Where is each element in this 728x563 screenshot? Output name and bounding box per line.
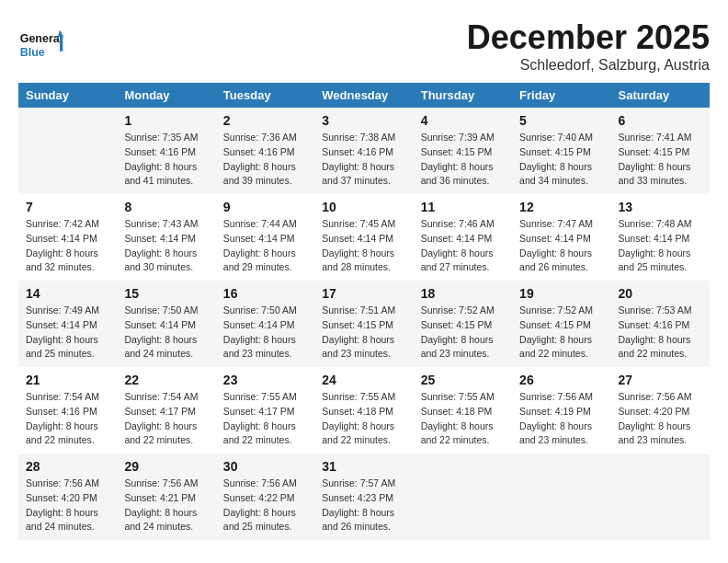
day-number: 23 [223, 373, 307, 387]
day-number: 31 [322, 459, 405, 474]
calendar-header-sunday: Sunday [18, 83, 117, 108]
calendar-cell: 30Sunrise: 7:56 AMSunset: 4:22 PMDayligh… [216, 454, 314, 540]
day-number: 19 [519, 286, 603, 301]
calendar-cell: 9Sunrise: 7:44 AMSunset: 4:14 PMDaylight… [216, 194, 314, 281]
day-info: Sunrise: 7:52 AMSunset: 4:15 PMDaylight:… [421, 304, 505, 362]
calendar-cell: 31Sunrise: 7:57 AMSunset: 4:23 PMDayligh… [314, 454, 413, 540]
day-info: Sunrise: 7:55 AMSunset: 4:18 PMDaylight:… [322, 390, 405, 448]
logo-svg: General Blue [18, 23, 64, 69]
day-number: 24 [322, 373, 405, 387]
day-number: 27 [619, 373, 702, 387]
day-number: 26 [519, 373, 603, 387]
day-number: 2 [223, 113, 307, 128]
calendar-cell: 15Sunrise: 7:50 AMSunset: 4:14 PMDayligh… [117, 281, 215, 367]
day-number: 8 [124, 200, 208, 214]
day-number: 9 [223, 200, 307, 214]
calendar-header-thursday: Thursday [414, 83, 512, 108]
day-info: Sunrise: 7:54 AMSunset: 4:17 PMDaylight:… [124, 390, 208, 448]
calendar-cell: 20Sunrise: 7:53 AMSunset: 4:16 PMDayligh… [611, 281, 710, 367]
calendar-cell: 25Sunrise: 7:55 AMSunset: 4:18 PMDayligh… [414, 367, 512, 454]
calendar-cell [512, 454, 610, 540]
calendar-week-5: 28Sunrise: 7:56 AMSunset: 4:20 PMDayligh… [18, 454, 710, 540]
calendar-week-3: 14Sunrise: 7:49 AMSunset: 4:14 PMDayligh… [18, 281, 710, 367]
day-info: Sunrise: 7:53 AMSunset: 4:16 PMDaylight:… [619, 304, 702, 362]
calendar-cell: 6Sunrise: 7:41 AMSunset: 4:15 PMDaylight… [611, 108, 710, 194]
calendar-week-2: 7Sunrise: 7:42 AMSunset: 4:14 PMDaylight… [18, 194, 710, 281]
day-info: Sunrise: 7:35 AMSunset: 4:16 PMDaylight:… [124, 131, 208, 189]
day-number: 10 [322, 200, 405, 214]
calendar-cell: 23Sunrise: 7:55 AMSunset: 4:17 PMDayligh… [216, 367, 314, 454]
svg-text:Blue: Blue [20, 46, 45, 59]
logo: General Blue [18, 23, 64, 69]
calendar-cell: 3Sunrise: 7:38 AMSunset: 4:16 PMDaylight… [314, 108, 413, 194]
day-number: 5 [519, 113, 603, 128]
day-info: Sunrise: 7:54 AMSunset: 4:16 PMDaylight:… [26, 390, 109, 448]
calendar-header-saturday: Saturday [611, 83, 710, 108]
day-info: Sunrise: 7:56 AMSunset: 4:19 PMDaylight:… [519, 390, 603, 448]
calendar-cell [18, 108, 117, 194]
day-info: Sunrise: 7:39 AMSunset: 4:15 PMDaylight:… [421, 131, 505, 189]
day-number: 3 [322, 113, 405, 128]
day-number: 1 [124, 113, 208, 128]
day-number: 30 [223, 459, 307, 474]
day-info: Sunrise: 7:50 AMSunset: 4:14 PMDaylight:… [124, 304, 208, 362]
calendar-cell [611, 454, 710, 540]
day-info: Sunrise: 7:49 AMSunset: 4:14 PMDaylight:… [26, 304, 109, 362]
calendar-cell: 26Sunrise: 7:56 AMSunset: 4:19 PMDayligh… [512, 367, 610, 454]
calendar-header-wednesday: Wednesday [314, 83, 413, 108]
day-info: Sunrise: 7:44 AMSunset: 4:14 PMDaylight:… [223, 217, 307, 275]
day-number: 28 [26, 459, 109, 474]
calendar-cell: 10Sunrise: 7:45 AMSunset: 4:14 PMDayligh… [314, 194, 413, 281]
day-number: 20 [619, 286, 702, 301]
calendar-cell [414, 454, 512, 540]
calendar-cell: 16Sunrise: 7:50 AMSunset: 4:14 PMDayligh… [216, 281, 314, 367]
day-info: Sunrise: 7:47 AMSunset: 4:14 PMDaylight:… [519, 217, 603, 275]
calendar-cell: 12Sunrise: 7:47 AMSunset: 4:14 PMDayligh… [512, 194, 610, 281]
day-number: 21 [26, 373, 109, 387]
calendar-cell: 18Sunrise: 7:52 AMSunset: 4:15 PMDayligh… [414, 281, 512, 367]
calendar-table: SundayMondayTuesdayWednesdayThursdayFrid… [18, 83, 710, 540]
calendar-header-monday: Monday [117, 83, 215, 108]
calendar-cell: 14Sunrise: 7:49 AMSunset: 4:14 PMDayligh… [18, 281, 117, 367]
day-number: 11 [421, 200, 505, 214]
day-info: Sunrise: 7:46 AMSunset: 4:14 PMDaylight:… [421, 217, 505, 275]
day-info: Sunrise: 7:51 AMSunset: 4:15 PMDaylight:… [322, 304, 405, 362]
calendar-cell: 17Sunrise: 7:51 AMSunset: 4:15 PMDayligh… [314, 281, 413, 367]
calendar-cell: 4Sunrise: 7:39 AMSunset: 4:15 PMDaylight… [414, 108, 512, 194]
day-info: Sunrise: 7:43 AMSunset: 4:14 PMDaylight:… [124, 217, 208, 275]
day-number: 14 [26, 286, 109, 301]
day-info: Sunrise: 7:48 AMSunset: 4:14 PMDaylight:… [619, 217, 702, 275]
calendar-cell: 21Sunrise: 7:54 AMSunset: 4:16 PMDayligh… [18, 367, 117, 454]
day-info: Sunrise: 7:36 AMSunset: 4:16 PMDaylight:… [223, 131, 307, 189]
svg-text:General: General [20, 32, 63, 45]
calendar-cell: 7Sunrise: 7:42 AMSunset: 4:14 PMDaylight… [18, 194, 117, 281]
day-number: 16 [223, 286, 307, 301]
day-info: Sunrise: 7:40 AMSunset: 4:15 PMDaylight:… [519, 131, 603, 189]
day-info: Sunrise: 7:56 AMSunset: 4:20 PMDaylight:… [26, 477, 109, 534]
day-info: Sunrise: 7:41 AMSunset: 4:15 PMDaylight:… [619, 131, 702, 189]
calendar-cell: 2Sunrise: 7:36 AMSunset: 4:16 PMDaylight… [216, 108, 314, 194]
calendar-week-1: 1Sunrise: 7:35 AMSunset: 4:16 PMDaylight… [18, 108, 710, 194]
location-title: Schleedorf, Salzburg, Austria [467, 57, 710, 74]
day-info: Sunrise: 7:56 AMSunset: 4:20 PMDaylight:… [619, 390, 702, 448]
calendar-cell: 11Sunrise: 7:46 AMSunset: 4:14 PMDayligh… [414, 194, 512, 281]
title-area: December 2025 Schleedorf, Salzburg, Aust… [467, 18, 710, 74]
day-number: 29 [124, 459, 208, 474]
calendar-header-friday: Friday [512, 83, 610, 108]
calendar-week-4: 21Sunrise: 7:54 AMSunset: 4:16 PMDayligh… [18, 367, 710, 454]
calendar-cell: 22Sunrise: 7:54 AMSunset: 4:17 PMDayligh… [117, 367, 215, 454]
calendar-cell: 24Sunrise: 7:55 AMSunset: 4:18 PMDayligh… [314, 367, 413, 454]
day-number: 18 [421, 286, 505, 301]
calendar-header-row: SundayMondayTuesdayWednesdayThursdayFrid… [18, 83, 710, 108]
day-info: Sunrise: 7:56 AMSunset: 4:22 PMDaylight:… [223, 477, 307, 534]
day-info: Sunrise: 7:56 AMSunset: 4:21 PMDaylight:… [124, 477, 208, 534]
calendar-header-tuesday: Tuesday [216, 83, 314, 108]
day-info: Sunrise: 7:42 AMSunset: 4:14 PMDaylight:… [26, 217, 109, 275]
calendar-cell: 29Sunrise: 7:56 AMSunset: 4:21 PMDayligh… [117, 454, 215, 540]
day-info: Sunrise: 7:38 AMSunset: 4:16 PMDaylight:… [322, 131, 405, 189]
day-info: Sunrise: 7:55 AMSunset: 4:17 PMDaylight:… [223, 390, 307, 448]
day-info: Sunrise: 7:50 AMSunset: 4:14 PMDaylight:… [223, 304, 307, 362]
day-number: 4 [421, 113, 505, 128]
day-number: 12 [519, 200, 603, 214]
day-info: Sunrise: 7:55 AMSunset: 4:18 PMDaylight:… [421, 390, 505, 448]
